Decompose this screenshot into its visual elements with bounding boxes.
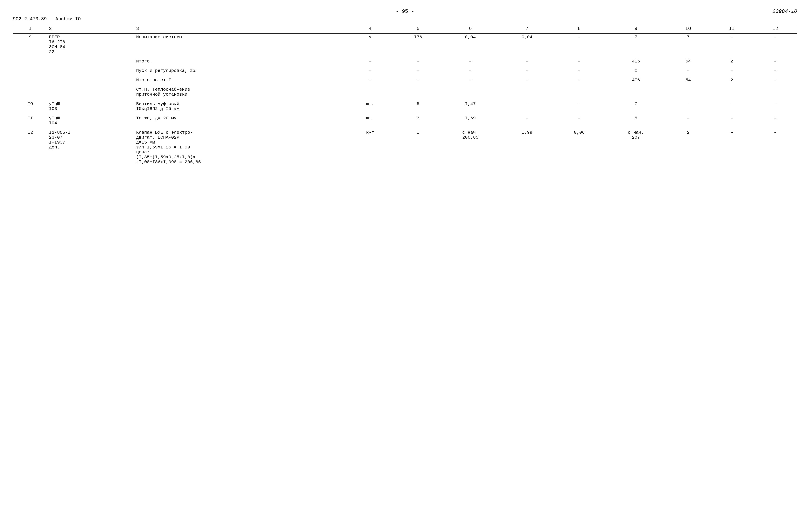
cell-row-9-col3: Испытание системы, <box>135 33 344 55</box>
cell-row-12-col2: I2-805-I 23-07 I-I937 доп. <box>48 127 135 166</box>
page-number: - 95 - <box>396 9 414 14</box>
cell-row-12-col6: с нач. 206,85 <box>440 127 501 166</box>
table-row: Ст.П. Теплоснабжение приточной установки <box>13 84 797 98</box>
cell-row-section-col6 <box>440 84 501 98</box>
col-header-9: 9 <box>605 24 666 33</box>
cell-row-12-col1: I2 <box>13 127 48 166</box>
cell-row-10-col5: 5 <box>396 98 440 112</box>
cell-row-10-col8: – <box>553 98 605 112</box>
col-header-6: 6 <box>440 24 501 33</box>
cell-row-pusk-col5: – <box>396 65 440 74</box>
cell-row-11-col8: – <box>553 112 605 127</box>
col-header-3: 3 <box>135 24 344 33</box>
table-row: I2I2-805-I 23-07 I-I937 доп.Клапан БУЕ с… <box>13 127 797 166</box>
cell-row-12-col7: I,99 <box>501 127 553 166</box>
cell-row-10-col7: – <box>501 98 553 112</box>
col-header-5: 5 <box>396 24 440 33</box>
cell-row-itogo1-col8: – <box>553 55 605 65</box>
cell-row-10-col11: – <box>710 98 754 112</box>
cell-row-section-col5 <box>396 84 440 98</box>
cell-row-10-col12: – <box>754 98 797 112</box>
doc-meta: 902-2-473.89 Альбом IO <box>13 16 797 22</box>
col-header-10: IO <box>666 24 710 33</box>
cell-row-11-col12: – <box>754 112 797 127</box>
cell-row-itogo1-col6: – <box>440 55 501 65</box>
cell-row-pusk-col7: – <box>501 65 553 74</box>
cell-row-itogo2-col3: Итого по ст.I <box>135 74 344 84</box>
table-row: 9ЕРЕР I6-2I8 ЭСН-84 22Испытание системы,… <box>13 33 797 55</box>
cell-row-12-col10: 2 <box>666 127 710 166</box>
col-header-11: II <box>710 24 754 33</box>
cell-row-pusk-col9: I <box>605 65 666 74</box>
cell-row-11-col4: шт. <box>344 112 396 127</box>
cell-row-itogo1-col7: – <box>501 55 553 65</box>
cell-row-9-col8: – <box>553 33 605 55</box>
col-header-12: I2 <box>754 24 797 33</box>
cell-row-pusk-col12: – <box>754 65 797 74</box>
table-row: Итого:–––––4I5542– <box>13 55 797 65</box>
cell-row-11-col6: I,69 <box>440 112 501 127</box>
cell-row-pusk-col11: – <box>710 65 754 74</box>
cell-row-12-col3: Клапан БУЕ с электро- двигат. ЕСПА-02РГ … <box>135 127 344 166</box>
cell-row-itogo2-col5: – <box>396 74 440 84</box>
col-header-7: 7 <box>501 24 553 33</box>
cell-row-itogo2-col6: – <box>440 74 501 84</box>
cell-row-11-col10: – <box>666 112 710 127</box>
cell-row-12-col5: I <box>396 127 440 166</box>
cell-row-9-col10: 7 <box>666 33 710 55</box>
cell-row-10-col1: IO <box>13 98 48 112</box>
col-header-8: 8 <box>553 24 605 33</box>
table-row: Пуск и регулировка, 2%–––––I––– <box>13 65 797 74</box>
album: Альбом IO <box>55 16 81 22</box>
cell-row-itogo1-col5: – <box>396 55 440 65</box>
cell-row-9-col6: 0,04 <box>440 33 501 55</box>
table-header-row: I 2 3 4 5 6 7 8 9 IO II I2 <box>13 24 797 33</box>
table-row: IIуIцШ I04То же, д= 20 ммшт.3I,69––5––– <box>13 112 797 127</box>
cell-row-11-col11: – <box>710 112 754 127</box>
cell-row-itogo2-col8: – <box>553 74 605 84</box>
cell-row-11-col7: – <box>501 112 553 127</box>
cell-row-section-col11 <box>710 84 754 98</box>
cell-row-11-col1: II <box>13 112 48 127</box>
cell-row-10-col2: уIцШ I03 <box>48 98 135 112</box>
cell-row-12-col4: к-т <box>344 127 396 166</box>
cell-row-10-col3: Вентиль муфтовый I5кцI8П2 д=I5 мм <box>135 98 344 112</box>
cell-row-itogo2-col2 <box>48 74 135 84</box>
cell-row-section-col1 <box>13 84 48 98</box>
cell-row-12-col12: – <box>754 127 797 166</box>
cell-row-itogo2-col11: 2 <box>710 74 754 84</box>
cell-row-itogo1-col12: – <box>754 55 797 65</box>
cell-row-11-col9: 5 <box>605 112 666 127</box>
cell-row-itogo1-col3: Итого: <box>135 55 344 65</box>
cell-row-11-col5: 3 <box>396 112 440 127</box>
cell-row-section-col3: Ст.П. Теплоснабжение приточной установки <box>135 84 344 98</box>
cell-row-section-col9 <box>605 84 666 98</box>
cell-row-pusk-col2 <box>48 65 135 74</box>
cell-row-12-col11: – <box>710 127 754 166</box>
cell-row-section-col8 <box>553 84 605 98</box>
cell-row-pusk-col8: – <box>553 65 605 74</box>
cell-row-itogo1-col4: – <box>344 55 396 65</box>
table-row: IOуIцШ I03Вентиль муфтовый I5кцI8П2 д=I5… <box>13 98 797 112</box>
cell-row-9-col7: 0,04 <box>501 33 553 55</box>
cell-row-9-col2: ЕРЕР I6-2I8 ЭСН-84 22 <box>48 33 135 55</box>
cell-row-9-col12: – <box>754 33 797 55</box>
col-header-1: I <box>13 24 48 33</box>
col-header-4: 4 <box>344 24 396 33</box>
cell-row-itogo1-col9: 4I5 <box>605 55 666 65</box>
cell-row-pusk-col10: – <box>666 65 710 74</box>
cell-row-10-col10: – <box>666 98 710 112</box>
cell-row-itogo1-col2 <box>48 55 135 65</box>
cell-row-10-col9: 7 <box>605 98 666 112</box>
cell-row-section-col10 <box>666 84 710 98</box>
cell-row-section-col2 <box>48 84 135 98</box>
table-row: Итого по ст.I–––––4I6542– <box>13 74 797 84</box>
cell-row-pusk-col3: Пуск и регулировка, 2% <box>135 65 344 74</box>
cell-row-itogo2-col12: – <box>754 74 797 84</box>
cell-row-itogo1-col11: 2 <box>710 55 754 65</box>
cell-row-pusk-col6: – <box>440 65 501 74</box>
cell-row-9-col5: I76 <box>396 33 440 55</box>
cell-row-pusk-col4: – <box>344 65 396 74</box>
cell-row-pusk-col1 <box>13 65 48 74</box>
cell-row-itogo2-col4: – <box>344 74 396 84</box>
